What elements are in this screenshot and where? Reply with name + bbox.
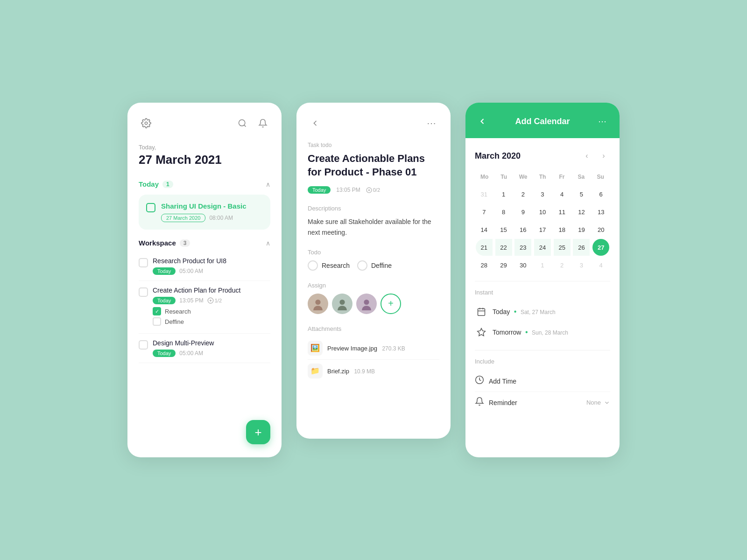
cal-day-8[interactable]: 8: [495, 203, 512, 220]
attachment-zip-info: Brief.zip 10.9 MB: [327, 367, 375, 375]
cal-day-14[interactable]: 14: [476, 221, 493, 238]
attachment-image-name: Preview Image.jpg: [327, 345, 377, 352]
todo-research-checkbox[interactable]: [308, 260, 318, 271]
calendar-more-icon[interactable]: ⋯: [597, 116, 608, 127]
attachment-zip-size: 10.9 MB: [354, 368, 375, 375]
today-task-meta: 27 March 2020 08:00 AM: [161, 214, 247, 222]
cal-day-11[interactable]: 11: [554, 203, 571, 220]
today-task-card[interactable]: Sharing UI Design - Basic 27 March 2020 …: [139, 195, 270, 230]
cal-day-1-next[interactable]: 1: [534, 257, 551, 273]
task2-tag: Today: [153, 297, 176, 304]
cal-day-21[interactable]: 21: [476, 239, 493, 256]
detail-counter: 0/2: [366, 187, 380, 193]
cal-day-17[interactable]: 17: [534, 221, 551, 238]
calendar-back-button[interactable]: [477, 116, 488, 127]
cal-day-4-next[interactable]: 4: [592, 257, 609, 273]
task3-name: Design Multi-Preview: [153, 339, 214, 347]
description-text: Make sure all Stakeholder available for …: [308, 217, 439, 238]
cal-day-30[interactable]: 30: [514, 257, 531, 273]
cal-day-27-selected[interactable]: 27: [592, 239, 609, 256]
cal-next-button[interactable]: ›: [597, 149, 610, 162]
cal-day-15[interactable]: 15: [495, 221, 512, 238]
cal-day-2[interactable]: 2: [514, 186, 531, 203]
cal-day-22[interactable]: 22: [495, 239, 512, 256]
svg-point-9: [315, 300, 320, 305]
search-icon[interactable]: [235, 116, 250, 131]
today-task-info: Sharing UI Design - Basic 27 March 2020 …: [161, 202, 247, 222]
today-task-checkbox[interactable]: [146, 203, 155, 212]
assignee-avatar-2: [332, 294, 352, 314]
today-section-title: Today 1: [139, 180, 173, 188]
cal-day-12[interactable]: 12: [573, 203, 590, 220]
task2-checkbox[interactable]: [139, 287, 148, 297]
todo-deffine-checkbox[interactable]: [357, 260, 367, 271]
instant-today[interactable]: Today • Sat, 27 March: [475, 301, 610, 322]
cal-day-20[interactable]: 20: [592, 221, 609, 238]
cal-day-25[interactable]: 25: [554, 239, 571, 256]
task3-info: Design Multi-Preview Today 05:00 AM: [153, 339, 214, 357]
deffine-checkbox[interactable]: [153, 317, 161, 326]
cal-day-23[interactable]: 23: [514, 239, 531, 256]
more-options-icon[interactable]: ⋯: [424, 116, 439, 131]
cal-day-10[interactable]: 10: [534, 203, 551, 220]
todo-deffine-label: Deffine: [371, 262, 392, 269]
reminder-right[interactable]: None: [586, 399, 610, 406]
task3-time: 05:00 AM: [179, 350, 203, 357]
cal-day-31-prev[interactable]: 31: [476, 186, 493, 203]
clock-icon: [475, 375, 484, 387]
attachment-zip-icon: 📁: [308, 364, 323, 378]
cal-day-19[interactable]: 19: [573, 221, 590, 238]
today-chevron-icon[interactable]: ∧: [266, 181, 270, 188]
bell-reminder-icon: [475, 397, 484, 408]
add-assignee-button[interactable]: +: [381, 294, 401, 314]
reminder-item[interactable]: Reminder None: [475, 392, 610, 413]
cal-day-13[interactable]: 13: [592, 203, 609, 220]
instant-label: Instant: [475, 289, 610, 296]
task1-checkbox[interactable]: [139, 258, 148, 267]
cal-month-row: March 2020 ‹ ›: [475, 149, 610, 162]
day-sa: Sa: [571, 172, 591, 182]
cal-day-3-next[interactable]: 3: [573, 257, 590, 273]
cal-day-28[interactable]: 28: [476, 257, 493, 273]
cal-day-5[interactable]: 5: [573, 186, 590, 203]
cal-day-24[interactable]: 24: [534, 239, 551, 256]
task3-checkbox[interactable]: [139, 340, 148, 350]
cal-days: 31 1 2 3 4 5 6 7 8 9 10 11 12 13 14: [475, 186, 610, 273]
cal-day-1[interactable]: 1: [495, 186, 512, 203]
date-section: Today, 27 March 2021: [139, 144, 270, 167]
cal-day-9[interactable]: 9: [514, 203, 531, 220]
subtask-deffine: Deffine: [153, 317, 270, 326]
instant-tomorrow[interactable]: Tomorrow • Sun, 28 March: [475, 322, 610, 343]
workspace-task-2: Create Action Plan for Product Today 13:…: [139, 283, 270, 334]
research-checkbox[interactable]: [153, 307, 161, 315]
cal-day-4[interactable]: 4: [554, 186, 571, 203]
day-tu: Tu: [494, 172, 513, 182]
back-button[interactable]: [308, 116, 323, 131]
cal-day-16[interactable]: 16: [514, 221, 531, 238]
workspace-chevron-icon[interactable]: ∧: [266, 239, 270, 247]
instant-tomorrow-info: Tomorrow • Sun, 28 March: [493, 328, 568, 336]
settings-icon[interactable]: [139, 116, 154, 131]
add-time-item[interactable]: Add Time: [475, 371, 610, 392]
cal-day-26[interactable]: 26: [573, 239, 590, 256]
svg-line-2: [244, 125, 246, 127]
task1-info: Research Product for UI8 Today 05:00 AM: [153, 257, 226, 275]
day-th: Th: [533, 172, 552, 182]
svg-point-10: [313, 306, 323, 310]
task3-meta: Today 05:00 AM: [153, 350, 214, 357]
cal-day-7[interactable]: 7: [476, 203, 493, 220]
task2-meta: Today 13:05 PM 1/2: [153, 297, 240, 304]
include-label: Include: [475, 358, 610, 365]
instant-today-info: Today • Sat, 27 March: [493, 308, 556, 316]
date-main: 27 March 2021: [139, 153, 270, 167]
cal-prev-button[interactable]: ‹: [580, 149, 593, 162]
cal-day-29[interactable]: 29: [495, 257, 512, 273]
cal-grid: Mo Tu We Th Fr Sa Su 31 1 2 3 4 5 6: [475, 172, 610, 273]
add-task-fab[interactable]: +: [246, 420, 270, 444]
cal-day-18[interactable]: 18: [554, 221, 571, 238]
star-icon: [475, 326, 488, 339]
bell-icon[interactable]: [255, 116, 270, 131]
cal-day-6[interactable]: 6: [592, 186, 609, 203]
cal-day-3[interactable]: 3: [534, 186, 551, 203]
cal-day-2-next[interactable]: 2: [554, 257, 571, 273]
